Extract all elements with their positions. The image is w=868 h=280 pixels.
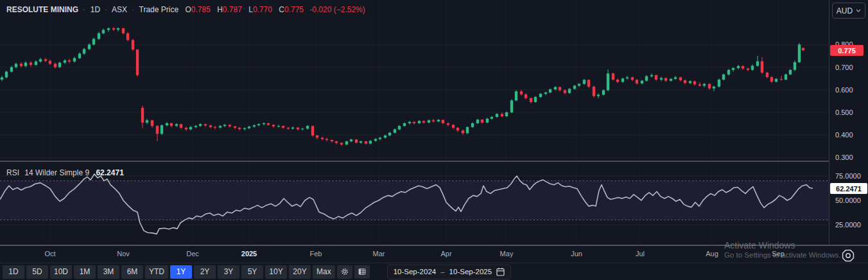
rsi-params: 14 Wilder Simple 9 — [24, 168, 89, 177]
last-price-badge: 0.775 — [830, 45, 864, 56]
rsi-tick-label: 75.0000 — [835, 172, 861, 180]
gear-icon — [341, 267, 349, 277]
currency-selector[interactable]: AUD — [832, 3, 865, 19]
chart-settings-button[interactable] — [337, 265, 352, 279]
high-label: H — [217, 5, 223, 14]
price-tick-label: 0.400 — [835, 131, 853, 139]
range-button-5d[interactable]: 5D — [26, 265, 48, 279]
symbol-name[interactable]: RESOLUTE MINING — [6, 5, 78, 14]
range-button-ytd[interactable]: YTD — [145, 265, 168, 279]
range-button-5y[interactable]: 5Y — [241, 265, 263, 279]
range-button-1d[interactable]: 1D — [3, 265, 24, 279]
time-axis-label: Mar — [373, 250, 385, 258]
date-from: 10-Sep-2024 — [394, 268, 437, 276]
close-label: C — [279, 5, 284, 14]
price-tick-label: 0.700 — [835, 64, 853, 72]
range-button-1m[interactable]: 1M — [74, 265, 96, 279]
pane-separator[interactable] — [0, 161, 829, 162]
range-button-10y[interactable]: 10Y — [265, 265, 287, 279]
symbol-header[interactable]: RESOLUTE MINING · 1D · ASX · Trade Price… — [6, 5, 365, 14]
exchange-label: ASX — [112, 5, 127, 14]
candlestick-chart[interactable] — [0, 0, 829, 245]
rsi-tick-label: 50.0000 — [835, 197, 861, 205]
close-value: 0.775 — [284, 5, 304, 14]
date-separator: – — [440, 268, 444, 276]
price-tick-label: 0.300 — [835, 153, 853, 162]
date-to: 10-Sep-2025 — [449, 268, 492, 276]
time-axis-label: Oct — [44, 250, 55, 258]
range-button-6m[interactable]: 6M — [121, 265, 143, 279]
time-axis-label: Jun — [571, 250, 582, 258]
time-axis[interactable]: OctNovDec2025FebMarAprMayJunJulAugSep — [0, 245, 868, 264]
rsi-indicator-header[interactable]: RSI 14 Wilder Simple 9 62.2471 — [6, 168, 124, 177]
currency-label: AUD — [837, 6, 853, 15]
bottom-toolbar: 1D5D10D1M3M6MYTD1Y2Y3Y5Y10Y20YMax 10-Sep… — [0, 263, 868, 280]
rsi-tick-label: 25.0000 — [835, 221, 861, 229]
range-button-3y[interactable]: 3Y — [218, 265, 239, 279]
time-axis-label: 2025 — [241, 250, 257, 258]
spreadsheet-icon — [358, 267, 366, 277]
open-value: 0.785 — [191, 5, 211, 14]
rsi-title[interactable]: RSI — [6, 168, 19, 177]
price-axis[interactable]: AUD 0.8000.7000.6000.5000.4000.30075.000… — [829, 0, 868, 245]
open-label: O — [185, 5, 191, 14]
price-tick-label: 0.600 — [835, 86, 853, 94]
range-button-1y[interactable]: 1Y — [170, 265, 192, 279]
time-axis-label: Sep — [772, 250, 785, 258]
rsi-value: 62.2471 — [96, 168, 123, 177]
time-axis-label: Dec — [186, 250, 199, 258]
rsi-value-badge: 62.2471 — [830, 183, 867, 194]
time-axis-label: Nov — [117, 250, 130, 258]
price-tick-label: 0.500 — [835, 109, 853, 117]
series-type-label: Trade Price — [139, 5, 179, 14]
range-button-3m[interactable]: 3M — [98, 265, 119, 279]
high-value: 0.787 — [223, 5, 242, 14]
calendar-icon — [496, 267, 505, 276]
time-axis-label: Apr — [440, 250, 451, 258]
chevron-down-icon — [856, 9, 861, 12]
range-button-20y[interactable]: 20Y — [289, 265, 311, 279]
trading-chart-app: RESOLUTE MINING · 1D · ASX · Trade Price… — [0, 0, 868, 280]
time-axis-label: May — [500, 250, 514, 258]
timeframe-label[interactable]: 1D — [91, 5, 100, 14]
change-value: -0.020 (−2.52%) — [309, 5, 365, 14]
time-axis-label: Aug — [706, 250, 718, 258]
range-button-max[interactable]: Max — [313, 265, 335, 279]
range-button-2y[interactable]: 2Y — [194, 265, 216, 279]
time-axis-label: Feb — [310, 250, 322, 258]
separator-dot: · — [129, 5, 137, 14]
data-window-button[interactable] — [354, 265, 370, 279]
time-axis-label: Jul — [636, 250, 645, 258]
low-value: 0.770 — [253, 5, 272, 14]
octagon-settings-icon[interactable] — [840, 248, 856, 263]
separator-dot: · — [80, 5, 88, 14]
date-range-picker[interactable]: 10-Sep-2024 – 10-Sep-2025 — [387, 265, 511, 279]
low-label: L — [248, 5, 253, 14]
separator-dot: · — [102, 5, 110, 14]
range-button-10d[interactable]: 10D — [50, 265, 72, 279]
